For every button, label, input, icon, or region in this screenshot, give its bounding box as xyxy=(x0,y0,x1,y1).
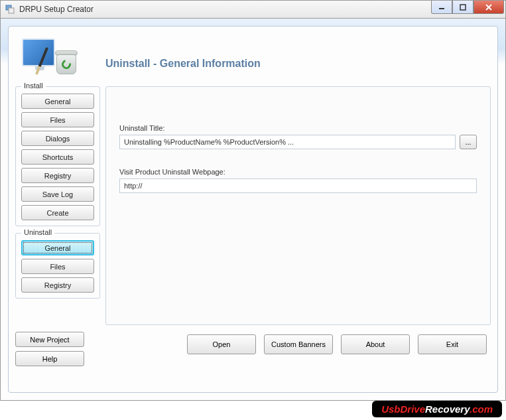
window-title: DRPU Setup Creator xyxy=(19,5,94,14)
uninstall-legend: Uninstall xyxy=(21,228,54,236)
install-group: Install General Files Dialogs Shortcuts … xyxy=(15,86,100,226)
sidebar-install-create[interactable]: Create xyxy=(21,205,94,220)
svg-rect-1 xyxy=(9,8,14,13)
custom-banners-button[interactable]: Custom Banners xyxy=(264,334,333,354)
maximize-button[interactable] xyxy=(452,1,474,14)
open-button[interactable]: Open xyxy=(187,334,256,354)
window-controls xyxy=(431,1,504,14)
minimize-button[interactable] xyxy=(431,1,452,14)
recycle-bin-icon xyxy=(55,49,78,76)
browse-title-button[interactable]: ... xyxy=(460,135,477,149)
uninstall-title-label: Uninstall Title: xyxy=(119,124,477,132)
content-panel: Uninstall Title: ... Visit Product Unins… xyxy=(105,86,491,325)
exit-button[interactable]: Exit xyxy=(418,334,487,354)
app-icon xyxy=(5,4,15,15)
titlebar[interactable]: DRPU Setup Creator xyxy=(0,0,506,19)
monitor-icon xyxy=(22,38,55,66)
close-button[interactable] xyxy=(474,1,504,14)
webpage-input[interactable] xyxy=(119,178,477,193)
header-graphic xyxy=(19,35,79,81)
sidebar-install-dialogs[interactable]: Dialogs xyxy=(21,131,94,146)
sidebar-install-savelog[interactable]: Save Log xyxy=(21,186,94,202)
uninstall-group: Uninstall General Files Registry xyxy=(15,233,100,299)
sidebar-uninstall-registry[interactable]: Registry xyxy=(21,277,94,293)
sidebar-uninstall-files[interactable]: Files xyxy=(21,259,94,274)
webpage-label: Visit Product Uninstall Webpage: xyxy=(119,168,477,176)
bottom-bar: New Project Help Open Custom Banners Abo… xyxy=(15,332,491,366)
sidebar-install-general[interactable]: General xyxy=(21,94,94,109)
sidebar-install-shortcuts[interactable]: Shortcuts xyxy=(21,149,94,165)
help-button[interactable]: Help xyxy=(15,351,84,366)
install-legend: Install xyxy=(21,82,46,90)
sidebar-uninstall-general[interactable]: General xyxy=(21,240,94,255)
about-button[interactable]: About xyxy=(341,334,410,354)
sidebar-install-files[interactable]: Files xyxy=(21,112,94,127)
sidebar-install-registry[interactable]: Registry xyxy=(21,168,94,183)
main-frame: Uninstall - General Information Install … xyxy=(8,26,498,393)
svg-rect-3 xyxy=(460,5,466,10)
header: Uninstall - General Information xyxy=(15,32,491,84)
watermark: UsbDriveRecovery.com xyxy=(372,401,502,417)
uninstall-title-input[interactable] xyxy=(119,135,456,149)
page-title: Uninstall - General Information xyxy=(105,58,261,70)
sidebar: Install General Files Dialogs Shortcuts … xyxy=(15,86,105,325)
window-body: Uninstall - General Information Install … xyxy=(0,19,506,401)
new-project-button[interactable]: New Project xyxy=(15,332,84,347)
